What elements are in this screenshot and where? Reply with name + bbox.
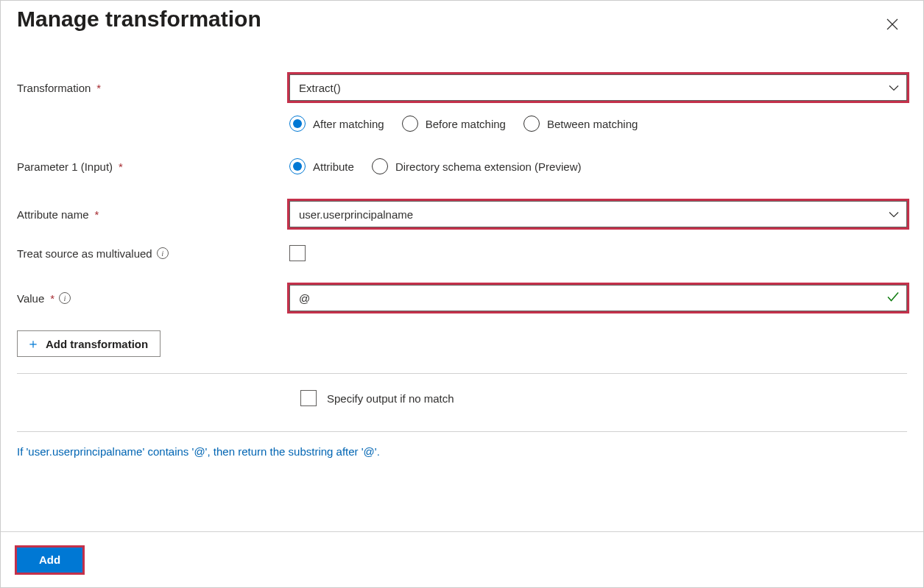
add-transformation-button[interactable]: ＋ Add transformation	[17, 330, 161, 357]
divider	[17, 431, 907, 432]
value-label: Value* i	[17, 292, 289, 305]
chevron-down-icon	[889, 82, 899, 94]
chevron-down-icon	[889, 208, 899, 221]
info-icon[interactable]: i	[59, 292, 71, 304]
plus-icon: ＋	[27, 335, 40, 353]
close-icon	[886, 18, 898, 30]
attribute-name-value: user.userprincipalname	[299, 208, 413, 221]
radio-directory-schema-ext[interactable]: Directory schema extension (Preview)	[372, 158, 582, 174]
matching-mode-group: After matching Before matching Between m…	[289, 116, 638, 132]
radio-icon	[523, 116, 540, 132]
value-input[interactable]: @	[289, 285, 907, 311]
close-button[interactable]	[879, 11, 906, 38]
transformation-label: Transformation*	[17, 82, 289, 94]
radio-between-matching[interactable]: Between matching	[523, 116, 638, 132]
attribute-name-label: Attribute name*	[17, 208, 289, 221]
radio-icon	[289, 158, 306, 174]
treat-multivalued-checkbox[interactable]	[289, 245, 306, 261]
add-button[interactable]: Add	[17, 548, 82, 573]
radio-icon	[402, 116, 418, 132]
transformation-select[interactable]: Extract()	[289, 74, 907, 101]
dialog-title: Manage transformation	[17, 7, 261, 32]
info-icon[interactable]: i	[157, 247, 169, 259]
specify-output-label: Specify output if no match	[327, 392, 454, 405]
radio-after-matching[interactable]: After matching	[289, 116, 384, 132]
divider	[17, 373, 907, 374]
attribute-name-select[interactable]: user.userprincipalname	[289, 201, 907, 227]
radio-icon	[289, 116, 306, 132]
radio-icon	[372, 158, 388, 174]
transformation-value: Extract()	[299, 82, 341, 94]
value-text: @	[299, 292, 310, 305]
specify-output-checkbox[interactable]	[300, 390, 317, 406]
treat-multivalued-label: Treat source as multivalued i	[17, 247, 289, 260]
checkmark-icon	[887, 292, 899, 305]
parameter1-group: Attribute Directory schema extension (Pr…	[289, 158, 581, 174]
summary-text: If 'user.userprincipalname' contains '@'…	[17, 445, 907, 458]
parameter1-label: Parameter 1 (Input)*	[17, 160, 289, 173]
radio-before-matching[interactable]: Before matching	[402, 116, 506, 132]
radio-attribute[interactable]: Attribute	[289, 158, 354, 174]
